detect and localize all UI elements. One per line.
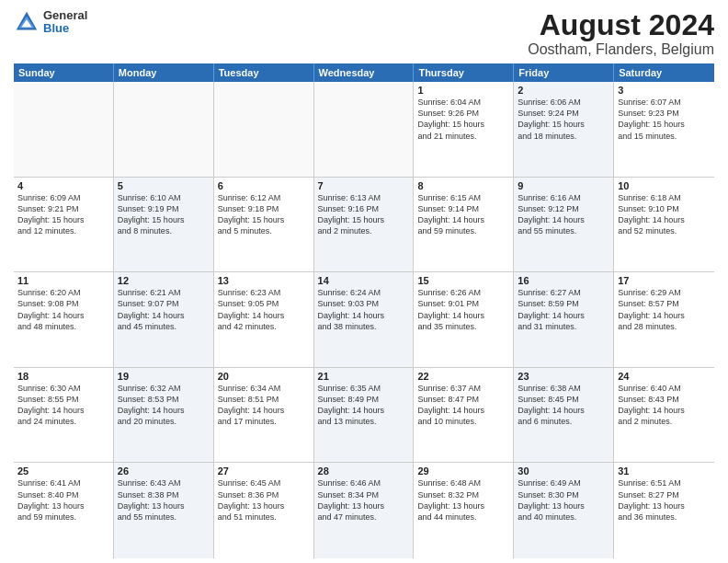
logo-text: General Blue xyxy=(43,9,87,36)
day-number: 24 xyxy=(618,371,711,382)
page-title: August 2024 xyxy=(528,9,714,41)
cell-info: Sunrise: 6:21 AMSunset: 9:07 PMDaylight:… xyxy=(118,287,210,332)
weekday-header: Friday xyxy=(514,63,614,82)
day-number: 6 xyxy=(218,180,310,191)
cell-info: Sunrise: 6:45 AMSunset: 8:36 PMDaylight:… xyxy=(218,477,310,523)
calendar-cell: 21Sunrise: 6:35 AMSunset: 8:49 PMDayligh… xyxy=(314,368,415,463)
calendar-cell: 19Sunrise: 6:32 AMSunset: 8:53 PMDayligh… xyxy=(114,368,214,463)
page-subtitle: Oostham, Flanders, Belgium xyxy=(528,41,714,58)
day-number: 12 xyxy=(118,275,210,286)
cell-info: Sunrise: 6:26 AMSunset: 9:01 PMDaylight:… xyxy=(417,287,509,332)
cell-info: Sunrise: 6:41 AMSunset: 8:40 PMDaylight:… xyxy=(17,477,109,523)
calendar-cell: 24Sunrise: 6:40 AMSunset: 8:43 PMDayligh… xyxy=(614,368,714,463)
cell-info: Sunrise: 6:12 AMSunset: 9:18 PMDaylight:… xyxy=(218,192,310,237)
day-number: 23 xyxy=(518,371,609,382)
calendar-cell xyxy=(114,82,214,177)
day-number: 28 xyxy=(318,465,410,477)
calendar-cell: 9Sunrise: 6:16 AMSunset: 9:12 PMDaylight… xyxy=(514,178,614,272)
day-number: 14 xyxy=(318,275,410,286)
calendar-cell: 31Sunrise: 6:51 AMSunset: 8:27 PMDayligh… xyxy=(614,463,714,558)
calendar-cell: 17Sunrise: 6:29 AMSunset: 8:57 PMDayligh… xyxy=(614,272,714,367)
calendar-body: 1Sunrise: 6:04 AMSunset: 9:26 PMDaylight… xyxy=(14,82,714,558)
calendar-cell: 6Sunrise: 6:12 AMSunset: 9:18 PMDaylight… xyxy=(214,178,314,272)
day-number: 8 xyxy=(417,180,509,191)
day-number: 11 xyxy=(17,275,109,286)
day-number: 5 xyxy=(118,180,210,191)
logo: General Blue xyxy=(14,9,87,36)
day-number: 16 xyxy=(518,275,609,286)
calendar-cell: 26Sunrise: 6:43 AMSunset: 8:38 PMDayligh… xyxy=(114,463,214,558)
calendar-cell: 2Sunrise: 6:06 AMSunset: 9:24 PMDaylight… xyxy=(514,82,614,177)
day-number: 17 xyxy=(618,275,711,286)
calendar-cell: 22Sunrise: 6:37 AMSunset: 8:47 PMDayligh… xyxy=(414,368,514,463)
header: General Blue August 2024 Oostham, Flande… xyxy=(14,9,714,58)
calendar-week: 11Sunrise: 6:20 AMSunset: 9:08 PMDayligh… xyxy=(14,272,714,368)
title-block: August 2024 Oostham, Flanders, Belgium xyxy=(528,9,714,58)
calendar-cell: 29Sunrise: 6:48 AMSunset: 8:32 PMDayligh… xyxy=(414,463,514,558)
cell-info: Sunrise: 6:18 AMSunset: 9:10 PMDaylight:… xyxy=(618,192,711,237)
day-number: 27 xyxy=(218,465,310,477)
calendar-cell: 28Sunrise: 6:46 AMSunset: 8:34 PMDayligh… xyxy=(314,463,415,558)
weekday-header: Monday xyxy=(114,63,214,82)
cell-info: Sunrise: 6:29 AMSunset: 8:57 PMDaylight:… xyxy=(618,287,711,332)
calendar-cell: 8Sunrise: 6:15 AMSunset: 9:14 PMDaylight… xyxy=(414,178,514,272)
day-number: 9 xyxy=(518,180,609,191)
calendar-cell xyxy=(214,82,314,177)
cell-info: Sunrise: 6:37 AMSunset: 8:47 PMDaylight:… xyxy=(417,383,509,428)
day-number: 15 xyxy=(417,275,509,286)
weekday-header: Thursday xyxy=(414,63,514,82)
calendar-cell: 10Sunrise: 6:18 AMSunset: 9:10 PMDayligh… xyxy=(614,178,714,272)
calendar: SundayMondayTuesdayWednesdayThursdayFrid… xyxy=(14,63,714,558)
cell-info: Sunrise: 6:23 AMSunset: 9:05 PMDaylight:… xyxy=(218,287,310,332)
calendar-cell: 25Sunrise: 6:41 AMSunset: 8:40 PMDayligh… xyxy=(14,463,114,558)
day-number: 13 xyxy=(218,275,310,286)
day-number: 21 xyxy=(318,371,410,382)
cell-info: Sunrise: 6:16 AMSunset: 9:12 PMDaylight:… xyxy=(518,192,609,237)
cell-info: Sunrise: 6:24 AMSunset: 9:03 PMDaylight:… xyxy=(318,287,410,332)
cell-info: Sunrise: 6:13 AMSunset: 9:16 PMDaylight:… xyxy=(318,192,410,237)
day-number: 7 xyxy=(318,180,410,191)
cell-info: Sunrise: 6:20 AMSunset: 9:08 PMDaylight:… xyxy=(17,287,109,332)
cell-info: Sunrise: 6:06 AMSunset: 9:24 PMDaylight:… xyxy=(518,97,609,142)
calendar-cell: 30Sunrise: 6:49 AMSunset: 8:30 PMDayligh… xyxy=(514,463,614,558)
day-number: 22 xyxy=(417,371,509,382)
weekday-header: Tuesday xyxy=(214,63,314,82)
calendar-cell: 11Sunrise: 6:20 AMSunset: 9:08 PMDayligh… xyxy=(14,272,114,367)
cell-info: Sunrise: 6:04 AMSunset: 9:26 PMDaylight:… xyxy=(417,97,509,142)
day-number: 30 xyxy=(518,465,609,477)
day-number: 2 xyxy=(518,85,609,96)
calendar-header: SundayMondayTuesdayWednesdayThursdayFrid… xyxy=(14,63,714,82)
cell-info: Sunrise: 6:40 AMSunset: 8:43 PMDaylight:… xyxy=(618,383,711,428)
day-number: 19 xyxy=(118,371,210,382)
calendar-week: 18Sunrise: 6:30 AMSunset: 8:55 PMDayligh… xyxy=(14,368,714,464)
day-number: 29 xyxy=(417,465,509,477)
calendar-cell: 3Sunrise: 6:07 AMSunset: 9:23 PMDaylight… xyxy=(614,82,714,177)
cell-info: Sunrise: 6:46 AMSunset: 8:34 PMDaylight:… xyxy=(318,477,410,523)
cell-info: Sunrise: 6:32 AMSunset: 8:53 PMDaylight:… xyxy=(118,383,210,428)
calendar-cell: 7Sunrise: 6:13 AMSunset: 9:16 PMDaylight… xyxy=(314,178,415,272)
calendar-cell xyxy=(14,82,114,177)
calendar-week: 1Sunrise: 6:04 AMSunset: 9:26 PMDaylight… xyxy=(14,82,714,178)
cell-info: Sunrise: 6:49 AMSunset: 8:30 PMDaylight:… xyxy=(518,477,609,523)
weekday-header: Saturday xyxy=(614,63,714,82)
calendar-cell: 15Sunrise: 6:26 AMSunset: 9:01 PMDayligh… xyxy=(414,272,514,367)
day-number: 20 xyxy=(218,371,310,382)
logo-blue: Blue xyxy=(43,22,87,35)
calendar-cell: 12Sunrise: 6:21 AMSunset: 9:07 PMDayligh… xyxy=(114,272,214,367)
day-number: 1 xyxy=(417,85,509,96)
calendar-cell xyxy=(314,82,415,177)
cell-info: Sunrise: 6:48 AMSunset: 8:32 PMDaylight:… xyxy=(417,477,509,523)
page: General Blue August 2024 Oostham, Flande… xyxy=(0,0,728,563)
logo-icon xyxy=(14,9,40,35)
day-number: 4 xyxy=(17,180,109,191)
cell-info: Sunrise: 6:35 AMSunset: 8:49 PMDaylight:… xyxy=(318,383,410,428)
calendar-cell: 18Sunrise: 6:30 AMSunset: 8:55 PMDayligh… xyxy=(14,368,114,463)
cell-info: Sunrise: 6:15 AMSunset: 9:14 PMDaylight:… xyxy=(417,192,509,237)
cell-info: Sunrise: 6:09 AMSunset: 9:21 PMDaylight:… xyxy=(17,192,109,237)
calendar-cell: 5Sunrise: 6:10 AMSunset: 9:19 PMDaylight… xyxy=(114,178,214,272)
calendar-cell: 1Sunrise: 6:04 AMSunset: 9:26 PMDaylight… xyxy=(414,82,514,177)
day-number: 26 xyxy=(118,465,210,477)
cell-info: Sunrise: 6:51 AMSunset: 8:27 PMDaylight:… xyxy=(618,477,711,523)
cell-info: Sunrise: 6:30 AMSunset: 8:55 PMDaylight:… xyxy=(17,383,109,428)
weekday-header: Sunday xyxy=(14,63,114,82)
